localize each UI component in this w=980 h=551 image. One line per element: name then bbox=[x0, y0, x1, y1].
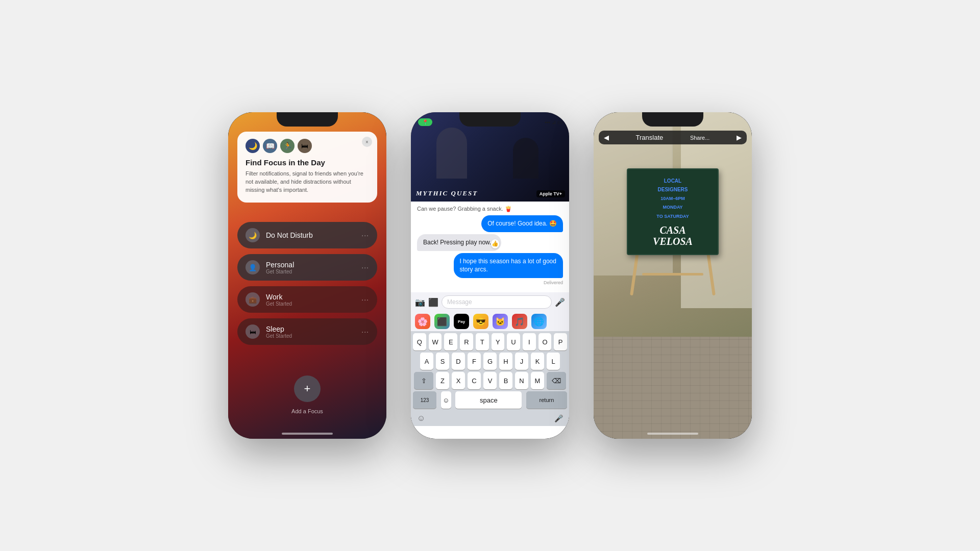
focus-icon-bed: 🛏 bbox=[298, 139, 312, 153]
memoji-app-icon[interactable]: 😎 bbox=[473, 314, 488, 329]
key-w[interactable]: W bbox=[429, 333, 442, 350]
photos-app-icon[interactable]: 🌸 bbox=[415, 314, 430, 329]
audio-input-icon[interactable]: 🎤 bbox=[555, 297, 565, 307]
signal-icon: ▪▪▪ bbox=[545, 119, 550, 125]
key-u[interactable]: U bbox=[507, 333, 520, 350]
focus-card-icon-row: 🌙 📖 🏃 🛏 bbox=[246, 139, 369, 153]
wifi-icon: ⊿ bbox=[552, 119, 556, 125]
key-s[interactable]: S bbox=[436, 353, 449, 370]
focus-suggestion-card[interactable]: 🌙 📖 🏃 🛏 × Find Focus in the Day Filter n… bbox=[237, 132, 377, 203]
translate-back-arrow[interactable]: ◀ bbox=[604, 134, 609, 141]
key-g[interactable]: G bbox=[483, 353, 497, 370]
video-platform-badge: Apple TV+ bbox=[536, 190, 565, 197]
key-c[interactable]: C bbox=[468, 372, 481, 389]
focus-card-title: Find Focus in the Day bbox=[246, 158, 369, 167]
globe-app-icon[interactable]: 🌐 bbox=[531, 314, 547, 329]
key-j[interactable]: J bbox=[515, 353, 528, 370]
key-emoji[interactable]: ☺ bbox=[441, 391, 451, 409]
key-a[interactable]: A bbox=[420, 353, 433, 370]
key-m[interactable]: M bbox=[531, 372, 544, 389]
key-v[interactable]: V bbox=[483, 372, 497, 389]
imessage-apps-bar: 🌸 ⬛ Pay 😎 🐱 🎵 🌐 bbox=[411, 312, 569, 331]
camera-input-icon[interactable]: 📷 bbox=[415, 297, 425, 307]
sign-board: LOCALDESIGNERS 10AM–6PM MONDAY TO SATURD… bbox=[627, 168, 719, 255]
key-l[interactable]: L bbox=[547, 353, 560, 370]
phone2-status-left: 📍 bbox=[418, 118, 432, 126]
music-app-icon[interactable]: 🎵 bbox=[512, 314, 527, 329]
add-focus-label: Add a Focus bbox=[291, 408, 323, 414]
key-r[interactable]: R bbox=[460, 333, 473, 350]
focus-dnd-more[interactable]: ··· bbox=[361, 231, 369, 239]
phone2-screen: 📍 ▪▪▪ ⊿ ▭ MYTHIC QUEST Apple T bbox=[411, 112, 569, 439]
focus-item-sleep[interactable]: 🛏 Sleep Get Started ··· bbox=[237, 318, 377, 345]
focus-sleep-text: Sleep Get Started bbox=[266, 325, 355, 339]
battery-icon: ▭ bbox=[557, 119, 562, 125]
key-h[interactable]: H bbox=[499, 353, 512, 370]
person-silhouette-1 bbox=[436, 128, 467, 179]
key-t[interactable]: T bbox=[476, 333, 489, 350]
sign-crossbar bbox=[642, 273, 703, 276]
keyboard-emoji-icon[interactable]: ☺ bbox=[417, 414, 425, 423]
focus-icon-book: 📖 bbox=[263, 139, 277, 153]
key-q[interactable]: Q bbox=[413, 333, 426, 350]
message-text-field[interactable]: Message bbox=[442, 295, 552, 309]
key-i[interactable]: I bbox=[523, 333, 536, 350]
focus-card-close-button[interactable]: × bbox=[362, 137, 372, 147]
focus-item-dnd[interactable]: 🌙 Do Not Disturb ··· bbox=[237, 222, 377, 248]
translated-days-line2: TO SATURDAY bbox=[656, 214, 689, 219]
focus-dnd-name: Do Not Disturb bbox=[266, 231, 355, 239]
phone3-notch bbox=[645, 112, 701, 126]
focus-item-personal[interactable]: 👤 Personal Get Started ··· bbox=[237, 254, 377, 281]
translate-share-button[interactable]: Share... bbox=[690, 135, 710, 141]
phone3-home-indicator[interactable] bbox=[647, 433, 698, 435]
message-input-bar: 📷 ⬛ Message 🎤 bbox=[411, 292, 569, 312]
applepay-app-icon[interactable]: Pay bbox=[454, 314, 469, 329]
phone1-notch bbox=[279, 112, 335, 126]
phone1-home-indicator[interactable] bbox=[282, 433, 333, 435]
add-focus-plus-icon: + bbox=[304, 382, 311, 395]
key-z[interactable]: Z bbox=[436, 372, 449, 389]
key-f[interactable]: F bbox=[468, 353, 481, 370]
keyboard-row-4: 123 ☺ space return bbox=[411, 389, 569, 412]
key-return[interactable]: return bbox=[526, 391, 567, 409]
key-e[interactable]: E bbox=[444, 333, 457, 350]
translate-forward-arrow[interactable]: ▶ bbox=[737, 134, 742, 141]
focus-sleep-name: Sleep bbox=[266, 325, 355, 333]
focus-work-icon: 💼 bbox=[246, 292, 260, 307]
focus-sleep-more[interactable]: ··· bbox=[361, 328, 369, 336]
focus-work-more[interactable]: ··· bbox=[361, 295, 369, 304]
appstore-app-icon[interactable]: ⬛ bbox=[434, 314, 450, 329]
key-k[interactable]: K bbox=[531, 353, 544, 370]
focus-work-text: Work Get Started bbox=[266, 293, 355, 307]
key-n[interactable]: N bbox=[515, 372, 528, 389]
translate-toolbar-title: Translate bbox=[636, 134, 664, 141]
translate-toolbar: ◀ Translate Share... ▶ bbox=[599, 131, 747, 144]
apps-input-icon[interactable]: ⬛ bbox=[428, 297, 438, 307]
focus-item-work[interactable]: 💼 Work Get Started ··· bbox=[237, 286, 377, 313]
key-b[interactable]: B bbox=[499, 372, 512, 389]
sign-board-container: LOCALDESIGNERS 10AM–6PM MONDAY TO SATURD… bbox=[627, 168, 719, 255]
phone2-home-indicator[interactable] bbox=[464, 433, 516, 435]
focus-personal-text: Personal Get Started bbox=[266, 261, 355, 274]
key-123[interactable]: 123 bbox=[413, 391, 436, 409]
sign-main-text: CASAVELOSA bbox=[634, 224, 712, 247]
focus-personal-name: Personal bbox=[266, 261, 355, 269]
key-x[interactable]: X bbox=[452, 372, 465, 389]
keyboard-row-3: ⇧ Z X C V B N M ⌫ bbox=[411, 370, 569, 389]
key-delete[interactable]: ⌫ bbox=[547, 372, 566, 389]
add-focus-button[interactable]: + bbox=[294, 375, 321, 402]
key-y[interactable]: Y bbox=[492, 333, 505, 350]
key-p[interactable]: P bbox=[554, 333, 567, 350]
focus-personal-icon: 👤 bbox=[246, 260, 260, 274]
keyboard-row-2: A S D F G H J K L bbox=[411, 350, 569, 370]
video-caption-text: Can we pause? Grabbing a snack. 🍟 bbox=[417, 206, 563, 212]
key-d[interactable]: D bbox=[452, 353, 465, 370]
key-shift[interactable]: ⇧ bbox=[414, 372, 433, 389]
translated-hours: 10AM–6PM bbox=[660, 196, 685, 201]
key-o[interactable]: O bbox=[538, 333, 552, 350]
key-space[interactable]: space bbox=[455, 391, 522, 409]
memoji2-app-icon[interactable]: 🐱 bbox=[493, 314, 508, 329]
keyboard-mic-icon[interactable]: 🎤 bbox=[554, 414, 563, 422]
focus-personal-more[interactable]: ··· bbox=[361, 263, 369, 271]
translated-days-line1: MONDAY bbox=[663, 205, 682, 210]
